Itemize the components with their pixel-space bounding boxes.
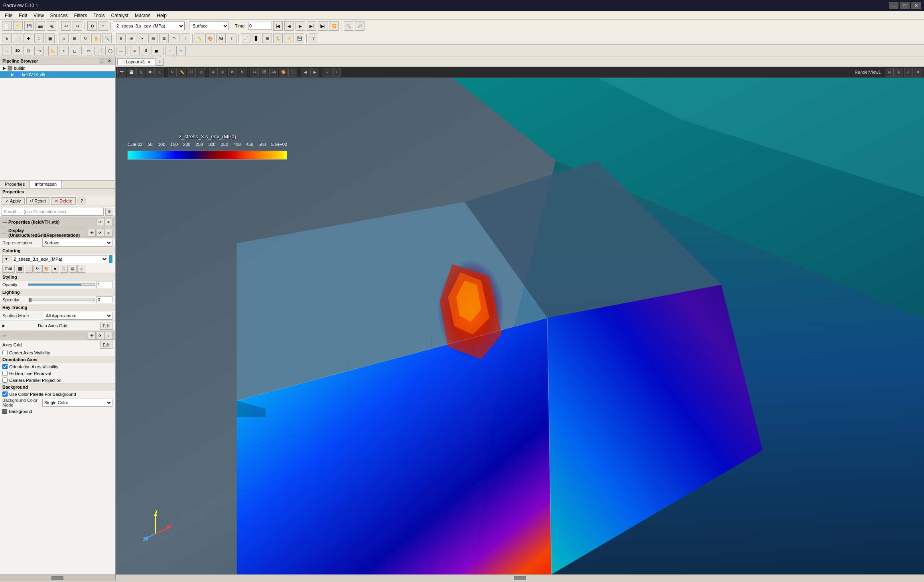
pipeline-minimize-button[interactable]: _ [99,58,105,64]
zoom-in-button[interactable]: 🔍 [344,21,353,31]
view-render-section[interactable]: — 👁 ⟳ ≡ [0,330,115,340]
menu-sources[interactable]: Sources [47,12,71,19]
point-select-button[interactable]: ✚ [24,33,33,43]
apply-button[interactable]: ✓ Apply [2,197,25,205]
menu-catalyst[interactable]: Catalyst [108,12,132,19]
prev-frame-button[interactable]: ◀ [284,21,294,31]
time-input[interactable] [248,22,272,30]
open-button[interactable]: 📁 [13,21,23,31]
histogram-button[interactable]: ▊ [252,33,261,43]
view-refresh-btn[interactable]: ⟳ [96,332,104,340]
properties-button[interactable]: ≡ [99,21,108,31]
display-refresh-btn[interactable]: ⟳ [96,229,104,237]
3d-scene[interactable]: 2_stress_3.s_eqv_(MPa) 1.3e-02 50 100 15… [116,78,924,574]
view-orient2-btn[interactable]: ↻ [238,68,246,77]
save-state-button[interactable]: ⇧ [309,33,318,43]
view-save-btn[interactable]: 💾 [127,68,136,77]
view-axes-btn[interactable]: ⊕ [209,68,218,77]
memory-button[interactable]: 💾 [295,33,304,43]
pipeline-selector[interactable]: 2_stress_3.s_eqv_(MPa) [113,22,185,30]
minimize-button[interactable]: — [889,2,898,9]
scroll-thumb[interactable] [51,576,63,580]
opacity-value[interactable] [97,281,112,288]
add-layout-button[interactable]: + [156,58,164,66]
chart-button[interactable]: 📈 [241,33,250,43]
threshold-button[interactable]: ⊠ [159,33,169,43]
clip-button[interactable]: ✂ [138,33,147,43]
color-icon-6[interactable]: □ [60,265,68,273]
zoom-to-box-button[interactable]: ⊞ [70,33,79,43]
display-options-btn[interactable]: ≡ [104,229,112,237]
show-points-button[interactable]: ⠿ [141,46,150,55]
reset-button[interactable]: ↺ Reset [26,197,50,205]
scaling-mode-combo[interactable]: All Approximate [44,312,112,320]
view-next-btn[interactable]: ▶ [310,68,319,77]
box-button[interactable]: ⬜ [95,46,104,55]
pipeline-item-builtin[interactable]: ▶ builtin: [0,65,115,71]
spreadsheet-button[interactable]: ⊞ [262,33,272,43]
new-button[interactable]: 📄 [2,21,12,31]
view-reset-cam-btn[interactable]: ⊡ [156,68,164,77]
pick-point-button[interactable]: • [59,46,69,55]
view-options-btn[interactable]: ≡ [104,332,112,340]
display-eye-btn[interactable]: 👁 [88,229,96,237]
use-color-palette-checkbox[interactable] [2,391,8,397]
view-split-h-btn[interactable]: ⊟ [885,68,894,77]
view-close-btn[interactable]: ✕ [914,68,922,77]
view-orient-btn[interactable]: ↺ [228,68,237,77]
view-color-btn[interactable]: 🎨 [279,68,288,77]
vtk-options-btn[interactable]: ≡ [104,218,112,226]
display-section[interactable]: — Display (UnstructuredGridRepresentatio… [0,227,115,238]
redo-button[interactable]: ↪ [73,21,82,31]
menu-view[interactable]: View [30,12,47,19]
measure-button[interactable]: 📏 [195,33,204,43]
view-plus-btn[interactable]: + [332,68,341,77]
clip-view-button[interactable]: ✂ [84,46,93,55]
slice-button[interactable]: ⊟ [148,33,158,43]
help-button[interactable]: ? [77,197,86,205]
left-panel-scrollbar[interactable] [0,574,115,581]
stream-tracer-button[interactable]: 〜 [170,33,179,43]
axes-grid-view-edit-btn[interactable]: Edit [100,341,112,349]
pipeline-close-button[interactable]: ✕ [106,58,112,64]
loop-button[interactable]: 🔁 [329,21,339,31]
view-3d-btn[interactable]: 3D [146,68,155,77]
sphere-button[interactable]: ◯ [105,46,115,55]
vtk-refresh-btn[interactable]: ⟳ [96,218,104,226]
color-icon-5[interactable]: ■ [51,265,59,273]
layout-tab[interactable]: □ Layout #1 ✕ [117,58,156,65]
menu-edit[interactable]: Edit [16,12,30,19]
view-poly-btn[interactable]: ◇ [197,68,205,77]
last-frame-button[interactable]: |▶| [318,21,327,31]
specular-value[interactable] [97,296,112,303]
maximize-button[interactable]: □ [900,2,910,9]
glyph-button[interactable]: ↑ [181,33,190,43]
view-maximize-btn[interactable]: ⤢ [904,68,913,77]
first-frame-button[interactable]: |◀ [273,21,283,31]
center-axes-checkbox[interactable] [2,350,8,355]
zoom-out-button[interactable]: 🔎 [355,21,364,31]
reset-all-button[interactable]: ⊡ [24,46,33,55]
view-camera-button[interactable]: 📷 [117,68,126,77]
view-stereo-btn[interactable]: 👓 [250,68,259,77]
view-eye-btn[interactable]: 👁 [88,332,96,340]
camera-parallel-checkbox[interactable] [2,378,8,383]
contour-button[interactable]: ≋ [127,33,136,43]
color-icon-3[interactable]: ↻ [33,265,41,273]
representation-combo[interactable]: Surface [42,239,112,247]
menu-help[interactable]: Help [154,12,170,19]
coloring-arrow-btn[interactable]: ▼ [2,255,10,263]
color-icon-7[interactable]: ▤ [69,265,77,273]
block-select-button[interactable]: ▦ [45,33,55,43]
extract-button[interactable]: ⊕ [116,33,126,43]
properties-vtk-section[interactable]: — Properties (fieldVTK.vtk) ⟳ ≡ [0,217,115,227]
ruler-button[interactable]: 📐 [48,46,58,55]
delete-button[interactable]: ✕ Delete [51,197,76,205]
view-pick-btn[interactable]: ↖ [168,68,177,77]
coloring-color-btn[interactable] [109,255,112,263]
hidden-line-checkbox[interactable] [2,371,8,376]
view-mode-button[interactable]: □ [2,46,12,55]
orientation-axes-visibility-checkbox[interactable] [2,364,8,369]
next-frame-button[interactable]: ▶| [307,21,316,31]
representation-selector[interactable]: Surface [189,22,229,30]
